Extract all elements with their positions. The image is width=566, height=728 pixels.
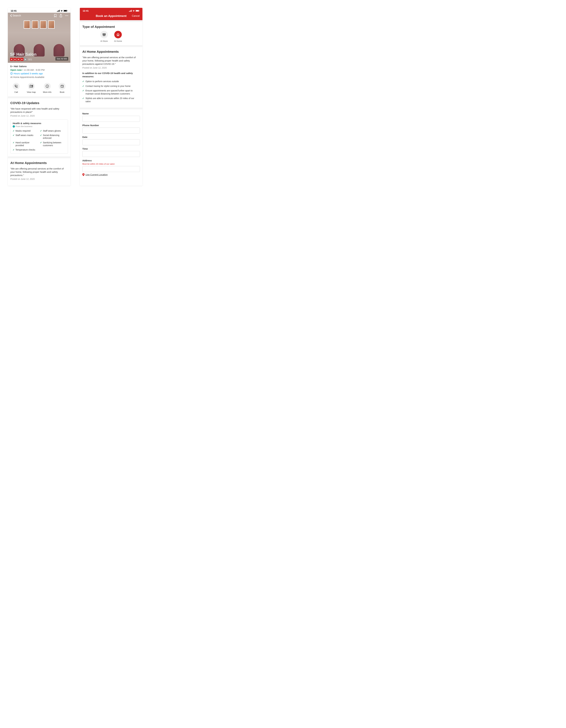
- measure-text: Staff wears gloves: [43, 129, 61, 132]
- type-title: Type of Appointment: [82, 25, 140, 29]
- covid-section: COVID-19 Updates "We have reopened with …: [8, 98, 70, 156]
- svg-point-9: [67, 15, 68, 16]
- measure-text: Staff wears masks: [15, 134, 33, 137]
- additional-measures-heading: In addition to our COVID-19 health and s…: [82, 72, 140, 78]
- phone-label: Phone Number: [82, 124, 140, 127]
- date-label: Date: [82, 136, 140, 138]
- map-icon: [29, 85, 33, 88]
- type-at-store[interactable]: At Store: [100, 31, 108, 42]
- svg-rect-26: [139, 10, 139, 11]
- measure-text: Social distancing enforced: [43, 134, 66, 139]
- type-store-label: At Store: [100, 40, 108, 42]
- time-label: Time: [82, 147, 140, 150]
- business-name: SF Hair Salon: [10, 52, 68, 57]
- svg-rect-12: [11, 73, 12, 74]
- at-home-details-quote: "We are offering personal services at th…: [82, 56, 140, 66]
- check-icon: ✓: [82, 89, 84, 92]
- hours-line: Open now • 11:00 AM - 6:00 PM: [10, 69, 68, 71]
- signal-icon: [129, 10, 132, 12]
- svg-rect-3: [59, 10, 60, 12]
- more-icon[interactable]: [65, 15, 68, 16]
- cancel-button[interactable]: Cancel: [132, 15, 140, 17]
- star-icon: ★: [10, 58, 13, 61]
- divider: [8, 96, 70, 98]
- book-button[interactable]: Book: [59, 83, 66, 93]
- check-icon: ✓: [40, 129, 42, 132]
- measure-item: ✓Staff wears gloves: [40, 129, 66, 132]
- at-home-section: At Home Appointments "We are offering pe…: [8, 158, 70, 186]
- check-icon: ✓: [13, 129, 15, 132]
- battery-icon: [64, 10, 68, 12]
- svg-point-8: [66, 15, 67, 16]
- type-home-label: At Home: [114, 40, 122, 42]
- svg-rect-23: [131, 10, 132, 12]
- time-input[interactable]: [82, 151, 140, 157]
- phone-icon: [14, 85, 18, 88]
- status-time: 12:41: [83, 9, 89, 12]
- covid-posted: Posted on June 12, 2020: [10, 115, 68, 117]
- wifi-icon: [132, 10, 135, 12]
- use-current-location-button[interactable]: Use Current Location: [82, 173, 140, 176]
- rating-row: ★ ★ ★ ★ ★ 321 See All 555: [10, 58, 68, 61]
- from-business: ✓ From the business: [13, 125, 66, 128]
- verified-badge-icon: ✓: [13, 125, 15, 128]
- svg-rect-21: [130, 11, 130, 12]
- check-icon: ✓: [13, 148, 15, 151]
- price-category: $ • Hair Salons: [10, 65, 68, 68]
- check-icon: ✓: [40, 134, 42, 137]
- measure-item: ✓Sanitizing between customers: [40, 141, 66, 147]
- svg-rect-2: [59, 10, 59, 12]
- type-at-home[interactable]: At Home: [114, 31, 122, 42]
- item-text: Contact tracing for stylist coming to yo…: [85, 85, 131, 88]
- name-input[interactable]: [82, 116, 140, 122]
- svg-rect-5: [64, 10, 67, 11]
- item-text: Ensure appointments are spaced further a…: [85, 89, 140, 95]
- check-icon: ✓: [82, 97, 84, 100]
- back-button[interactable]: Search: [10, 14, 21, 17]
- view-map-button[interactable]: View map: [27, 83, 36, 93]
- divider: [80, 108, 142, 109]
- list-item: ✓Stylists are able to commute within 20 …: [82, 97, 140, 103]
- chevron-left-icon: [10, 14, 12, 17]
- address-input[interactable]: [82, 166, 140, 172]
- at-home-details-section: At Home Appointments "We are offering pe…: [80, 47, 142, 108]
- address-label: Address: [82, 159, 140, 162]
- hours-updated-link[interactable]: Hours updated 3 weeks ago: [10, 72, 68, 75]
- info-circle-icon: [10, 72, 13, 75]
- measure-item: ✓Masks required: [13, 129, 38, 132]
- item-text: Option to perform services outside: [85, 80, 119, 83]
- safety-measures-card: Health & safety measures ✓ From the busi…: [10, 120, 68, 154]
- see-all-photos-button[interactable]: See All 555: [55, 57, 68, 61]
- date-input[interactable]: [82, 139, 140, 145]
- action-row: Call View map More info Book: [8, 81, 70, 96]
- star-icon: ★: [13, 58, 17, 61]
- measures-title: Health & safety measures: [13, 122, 66, 125]
- use-location-text: Use Current Location: [85, 173, 108, 176]
- phone-input[interactable]: [82, 128, 140, 133]
- pin-icon: [82, 173, 85, 176]
- wifi-icon: [60, 10, 63, 12]
- at-home-title: At Home Appointments: [10, 161, 68, 165]
- at-home-details-title: At Home Appointments: [82, 50, 140, 54]
- call-button[interactable]: Call: [13, 83, 20, 93]
- appointment-type-section: Type of Appointment At Store At Home: [80, 22, 142, 45]
- svg-point-11: [11, 73, 12, 73]
- list-item: ✓Contact tracing for stylist coming to y…: [82, 85, 140, 88]
- svg-point-7: [65, 15, 66, 16]
- hours-range: • 11:00 AM - 6:00 PM: [22, 69, 45, 71]
- svg-rect-20: [129, 11, 129, 12]
- star-icon: ★: [20, 58, 23, 61]
- measures-grid: ✓Masks required ✓Staff wears gloves ✓Sta…: [13, 129, 66, 151]
- share-icon[interactable]: [59, 14, 62, 17]
- additional-measures-list: ✓Option to perform services outside ✓Con…: [82, 80, 140, 103]
- list-item: ✓Option to perform services outside: [82, 80, 140, 83]
- status-icons: [57, 10, 68, 12]
- measure-text: Hand sanitizer provided: [15, 141, 38, 147]
- svg-rect-22: [131, 10, 131, 12]
- check-icon: ✓: [13, 134, 15, 137]
- divider: [80, 45, 142, 47]
- more-info-button[interactable]: More info: [43, 83, 51, 93]
- check-icon: ✓: [82, 85, 84, 88]
- bookmark-icon[interactable]: [54, 14, 57, 17]
- more-label: More info: [43, 91, 51, 93]
